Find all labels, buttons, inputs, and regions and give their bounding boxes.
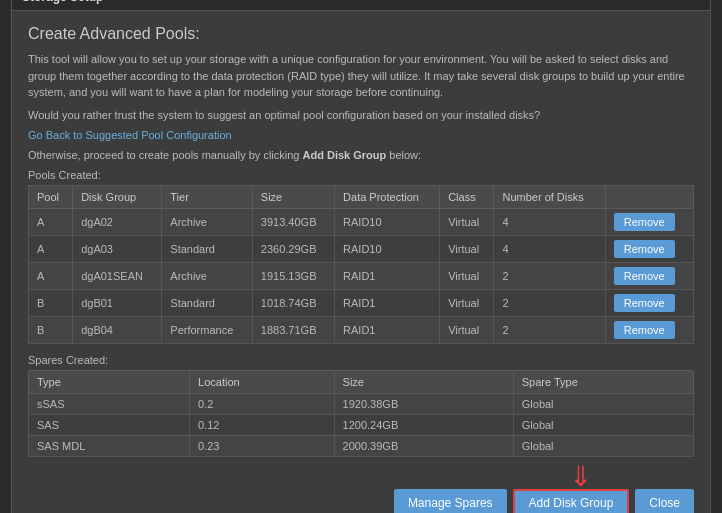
col-size: Size [252,186,334,209]
table-cell: sSAS [29,394,190,415]
dialog-title: Storage Setup [12,0,710,11]
arrow-indicator: ⇓ [569,463,592,491]
table-cell: 0.23 [190,436,335,457]
table-cell: 1915.13GB [252,263,334,290]
col-size: Size [334,371,513,394]
instruction-text: Otherwise, proceed to create pools manua… [28,149,694,161]
table-cell: 2360.29GB [252,236,334,263]
table-cell: Global [513,415,693,436]
spares-table: Type Location Size Spare Type sSAS0.2192… [28,370,694,457]
table-cell: 1920.38GB [334,394,513,415]
table-cell: SAS MDL [29,436,190,457]
table-cell: Virtual [440,317,494,344]
col-class: Class [440,186,494,209]
table-cell: Performance [162,317,253,344]
pools-table: Pool Disk Group Tier Size Data Protectio… [28,185,694,344]
col-number-of-disks: Number of Disks [494,186,605,209]
manage-spares-button[interactable]: Manage Spares [394,489,507,513]
table-cell: 1883.71GB [252,317,334,344]
table-cell: 4 [494,209,605,236]
table-cell: dgA03 [73,236,162,263]
table-cell: Standard [162,236,253,263]
table-cell: RAID1 [335,317,440,344]
col-action [605,186,693,209]
table-cell: 1018.74GB [252,290,334,317]
col-pool: Pool [29,186,73,209]
table-cell: Standard [162,290,253,317]
suggested-pool-link[interactable]: Go Back to Suggested Pool Configuration [28,129,694,141]
table-cell: Archive [162,263,253,290]
col-data-protection: Data Protection [335,186,440,209]
table-row: AdgA02Archive3913.40GBRAID10Virtual4Remo… [29,209,694,236]
table-cell: 4 [494,236,605,263]
table-row: SAS0.121200.24GBGlobal [29,415,694,436]
table-cell: 0.2 [190,394,335,415]
table-cell: 2000.39GB [334,436,513,457]
table-cell: Global [513,394,693,415]
storage-setup-dialog: Storage Setup Create Advanced Pools: Thi… [11,0,711,513]
add-disk-group-button[interactable]: Add Disk Group [513,489,630,513]
table-row: AdgA01SEANArchive1915.13GBRAID1Virtual2R… [29,263,694,290]
table-cell: dgA02 [73,209,162,236]
page-heading: Create Advanced Pools: [28,25,694,43]
table-row: SAS MDL0.232000.39GBGlobal [29,436,694,457]
remove-button[interactable]: Remove [614,321,675,339]
table-cell: dgB01 [73,290,162,317]
table-cell: RAID1 [335,290,440,317]
table-cell: A [29,263,73,290]
description-1: This tool will allow you to set up your … [28,51,694,101]
table-cell: RAID1 [335,263,440,290]
remove-button[interactable]: Remove [614,240,675,258]
dialog-footer: ⇓ Manage Spares Add Disk Group Close [12,481,710,513]
table-cell: 1200.24GB [334,415,513,436]
spares-created-label: Spares Created: [28,354,694,366]
remove-button[interactable]: Remove [614,267,675,285]
table-cell: Virtual [440,263,494,290]
table-cell: A [29,209,73,236]
table-cell: 0.12 [190,415,335,436]
description-2: Would you rather trust the system to sug… [28,107,694,124]
table-cell: 2 [494,317,605,344]
table-cell: Virtual [440,236,494,263]
remove-button[interactable]: Remove [614,213,675,231]
table-cell: RAID10 [335,236,440,263]
table-cell: dgA01SEAN [73,263,162,290]
table-cell: 2 [494,290,605,317]
table-cell: RAID10 [335,209,440,236]
table-cell: Virtual [440,209,494,236]
table-cell: A [29,236,73,263]
close-button[interactable]: Close [635,489,694,513]
table-cell: Archive [162,209,253,236]
col-location: Location [190,371,335,394]
table-cell: dgB04 [73,317,162,344]
col-spare-type: Spare Type [513,371,693,394]
col-tier: Tier [162,186,253,209]
table-cell: 2 [494,263,605,290]
table-cell: 3913.40GB [252,209,334,236]
pools-created-label: Pools Created: [28,169,694,181]
table-row: sSAS0.21920.38GBGlobal [29,394,694,415]
table-cell: Global [513,436,693,457]
table-cell: Virtual [440,290,494,317]
table-cell: B [29,317,73,344]
remove-button[interactable]: Remove [614,294,675,312]
table-row: BdgB04Performance1883.71GBRAID1Virtual2R… [29,317,694,344]
col-disk-group: Disk Group [73,186,162,209]
table-cell: SAS [29,415,190,436]
col-type: Type [29,371,190,394]
table-row: AdgA03Standard2360.29GBRAID10Virtual4Rem… [29,236,694,263]
table-row: BdgB01Standard1018.74GBRAID1Virtual2Remo… [29,290,694,317]
table-cell: B [29,290,73,317]
